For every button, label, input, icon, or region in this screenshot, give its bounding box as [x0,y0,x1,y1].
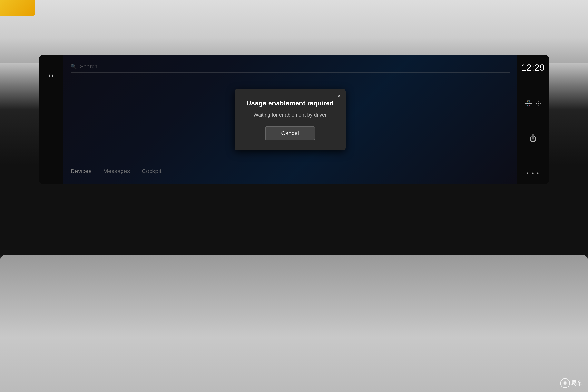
dialog-cancel-button[interactable]: Cancel [265,126,315,140]
dialog-title: Usage enablement required [246,99,334,108]
phone-no-signal-icon: 📱 [525,100,532,106]
dialog-close-button[interactable]: × [337,93,341,99]
wifi-off-icon: ⊘ [536,100,541,107]
more-dots[interactable]: • • • [527,170,540,176]
screen-bezel: ⌂ 12:29 📱 ⊘ ⏻ • • • 🔍 Search Devices Mes… [39,55,549,184]
right-panel: 12:29 📱 ⊘ ⏻ • • • [518,55,549,184]
left-panel: ⌂ [39,55,63,184]
watermark-circle: © [560,378,570,388]
sticker [0,0,35,16]
status-icons: 📱 ⊘ [525,100,541,107]
home-icon[interactable]: ⌂ [49,70,53,79]
watermark-text: 易车 [571,380,582,387]
dashboard-top [0,0,588,63]
power-icon[interactable]: ⏻ [529,134,537,143]
dialog: × Usage enablement required Waiting for … [234,89,346,150]
dialog-subtitle: Waiting for enablement by driver [246,111,334,118]
main-screen: 🔍 Search Devices Messages Cockpit × Usag… [63,55,518,184]
dialog-overlay: × Usage enablement required Waiting for … [63,55,518,184]
watermark: © 易车 [560,378,582,388]
time-display: 12:29 [521,63,545,72]
dashboard-bottom [0,255,588,392]
